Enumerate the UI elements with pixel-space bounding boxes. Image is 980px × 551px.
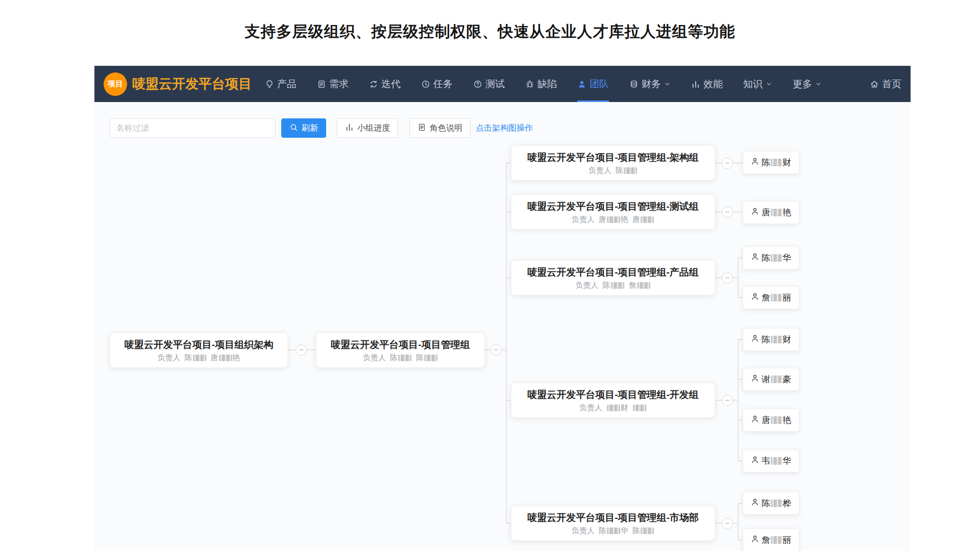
member-node[interactable]: 唐艳 — [743, 409, 799, 432]
nav-item-label: 更多 — [793, 78, 812, 91]
org-root-node[interactable]: 唛盟云开发平台项目-项目组织架构负责人陈唐艳 — [110, 333, 288, 368]
owner-name: 唐艳 — [211, 353, 240, 363]
redacted-text — [607, 216, 620, 223]
org-manager-node[interactable]: 唛盟云开发平台项目-项目管理组负责人陈陈 — [316, 333, 485, 368]
member-node[interactable]: 詹丽 — [743, 286, 799, 309]
nav-item-product[interactable]: 产品 — [265, 66, 297, 102]
member-name: 詹丽 — [762, 534, 791, 546]
person-icon — [751, 498, 759, 509]
name-filter-input[interactable] — [110, 118, 276, 138]
group-progress-label: 小组进度 — [357, 123, 390, 134]
node-title: 唛盟云开发平台项目-项目组织架构 — [125, 338, 273, 352]
nav-item-label: 迭代 — [381, 78, 401, 91]
nav-item-home[interactable]: 首页 — [870, 66, 901, 102]
nav-item-task[interactable]: 任务 — [421, 66, 453, 102]
collapse-toggle[interactable]: − — [722, 158, 733, 169]
org-chart-tips-link[interactable]: 点击架构图操作 — [476, 123, 533, 134]
nav-item-label: 需求 — [329, 78, 349, 91]
owner-name: 唐艳 — [599, 215, 628, 224]
nav-item-label: 财务 — [642, 78, 661, 91]
collapse-toggle[interactable]: − — [722, 395, 733, 406]
refresh-button[interactable]: 刷新 — [281, 118, 326, 138]
node-owners: 负责人陈陈 — [363, 353, 438, 363]
nav-item-requirement[interactable]: 需求 — [317, 66, 349, 102]
org-group-node[interactable]: 唛盟云开发平台项目-项目管理组-市场部负责人陈华陈 — [511, 506, 715, 541]
collapse-toggle[interactable]: − — [296, 344, 307, 356]
member-name: 陈财 — [762, 157, 791, 168]
home-icon — [870, 80, 879, 89]
redacted-text — [611, 282, 624, 289]
nav-item-label: 首页 — [882, 78, 901, 91]
group-progress-button[interactable]: 小组进度 — [337, 118, 398, 138]
nav-item-knowledge[interactable]: 知识 — [743, 66, 772, 102]
collapse-toggle[interactable]: − — [491, 344, 502, 356]
org-group-node[interactable]: 唛盟云开发平台项目-项目管理组-产品组负责人陈詹 — [511, 260, 715, 295]
search-icon — [289, 123, 298, 134]
org-group-node[interactable]: 唛盟云开发平台项目-项目管理组-开发组负责人财 — [511, 383, 715, 418]
refresh-button-label: 刷新 — [302, 123, 318, 134]
member-name: 陈桦 — [762, 497, 791, 509]
node-title: 唛盟云开发平台项目-项目管理组-测试组 — [527, 200, 699, 213]
member-node[interactable]: 唐艳 — [743, 201, 799, 224]
node-title: 唛盟云开发平台项目-项目管理组-市场部 — [527, 511, 699, 524]
member-node[interactable]: 詹丽 — [743, 529, 799, 551]
redacted-text — [771, 294, 782, 302]
owner-name: 陈 — [632, 526, 654, 536]
member-node[interactable]: 陈财 — [743, 151, 799, 174]
coins-icon — [629, 80, 639, 89]
nav-item-team[interactable]: 团队 — [577, 66, 609, 102]
redacted-text — [771, 499, 782, 507]
redacted-text — [771, 457, 782, 465]
role-description-button[interactable]: 角色说明 — [409, 118, 471, 138]
bar-chart-icon — [345, 123, 354, 134]
member-name: 唐艳 — [762, 414, 791, 426]
redacted-text — [607, 528, 620, 534]
redacted-text — [624, 167, 637, 174]
owner-prefix-label: 负责人 — [579, 403, 602, 413]
owner-name — [632, 405, 647, 411]
collapse-toggle[interactable]: − — [722, 207, 733, 218]
clock-icon — [421, 80, 430, 89]
nav-item-more[interactable]: 更多 — [793, 66, 822, 102]
nav-item-iteration[interactable]: 迭代 — [369, 66, 401, 102]
org-group-node[interactable]: 唛盟云开发平台项目-项目管理组-测试组负责人唐艳唐 — [511, 194, 715, 230]
bulb-icon — [265, 80, 274, 89]
owner-prefix-label: 负责人 — [363, 353, 386, 363]
org-group-node[interactable]: 唛盟云开发平台项目-项目管理组-架构组负责人陈 — [511, 145, 715, 181]
nav-item-performance[interactable]: 效能 — [691, 66, 723, 102]
person-icon — [751, 292, 759, 303]
top-navbar: 项目 唛盟云开发平台项目 产品需求迭代任务测试缺陷团队财务效能知识更多首页 — [94, 66, 911, 102]
redacted-text — [398, 355, 411, 361]
person-icon — [751, 415, 759, 425]
owner-name: 财 — [606, 403, 628, 413]
app-logo: 项目 — [104, 72, 127, 96]
member-node[interactable]: 陈华 — [743, 246, 799, 269]
person-icon — [751, 253, 759, 263]
doc-icon — [317, 80, 326, 89]
collapse-toggle[interactable]: − — [722, 272, 733, 284]
member-name: 陈财 — [762, 334, 791, 345]
nav-item-test[interactable]: 测试 — [473, 66, 505, 102]
nav-item-defect[interactable]: 缺陷 — [525, 66, 557, 102]
redacted-text — [771, 336, 782, 343]
bug-icon — [525, 80, 534, 89]
main-nav: 产品需求迭代任务测试缺陷团队财务效能知识更多首页 — [265, 66, 901, 102]
loop-icon — [369, 80, 378, 89]
nav-item-label: 团队 — [590, 78, 609, 91]
nav-item-finance[interactable]: 财务 — [629, 66, 671, 102]
chart-icon — [691, 80, 700, 89]
nav-item-label: 任务 — [433, 78, 453, 91]
member-node[interactable]: 陈财 — [743, 328, 799, 351]
owner-prefix-label: 负责人 — [572, 215, 595, 224]
member-node[interactable]: 韦华 — [743, 449, 799, 472]
owner-name: 詹 — [629, 281, 651, 290]
node-title: 唛盟云开发平台项目-项目管理组-开发组 — [527, 388, 699, 402]
member-name: 詹丽 — [762, 292, 791, 304]
collapse-toggle[interactable]: − — [722, 518, 733, 529]
owner-name: 陈 — [390, 353, 412, 363]
member-node[interactable]: 陈桦 — [743, 492, 799, 515]
redacted-text — [607, 405, 620, 411]
role-description-label: 角色说明 — [430, 123, 462, 134]
member-node[interactable]: 谢豪 — [743, 368, 799, 391]
node-owners: 负责人陈 — [589, 166, 638, 176]
